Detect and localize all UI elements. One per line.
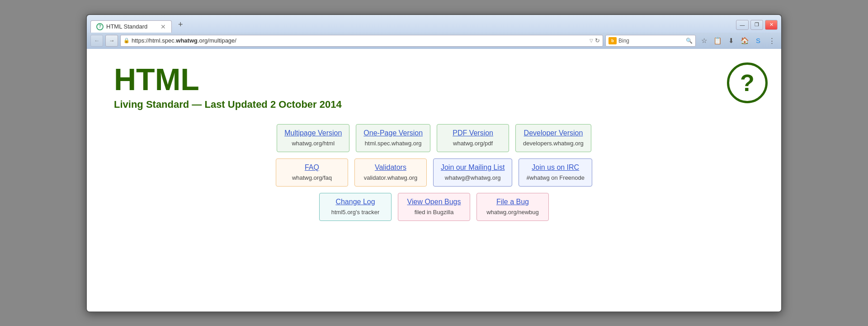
mailing-list-link[interactable]: Join our Mailing List bbox=[441, 163, 505, 172]
developer-version-link[interactable]: Developer Version bbox=[523, 129, 584, 137]
lock-icon: 🔒 bbox=[123, 38, 130, 43]
tab-favicon: ? bbox=[96, 23, 104, 30]
title-bar: ? HTML Standard ✕ + — ❐ ✕ bbox=[87, 15, 781, 33]
back-button[interactable]: ← bbox=[90, 35, 103, 47]
search-text: Bing bbox=[618, 38, 684, 44]
bookmark-star-icon[interactable]: ☆ bbox=[698, 35, 710, 47]
pdf-version-link[interactable]: PDF Version bbox=[444, 129, 501, 137]
more-options-icon[interactable]: ⋮ bbox=[766, 35, 778, 47]
multipage-version-sub: whatwg.org/html bbox=[292, 140, 335, 147]
download-icon[interactable]: ⬇ bbox=[725, 35, 737, 47]
faq-link[interactable]: FAQ bbox=[283, 163, 340, 172]
faq-card[interactable]: FAQ whatwg.org/faq bbox=[276, 158, 348, 187]
onepage-version-card[interactable]: One-Page Version html.spec.whatwg.org bbox=[356, 124, 430, 152]
search-bar[interactable]: b Bing 🔍 bbox=[605, 35, 696, 47]
bookmark-list-icon[interactable]: 📋 bbox=[712, 35, 723, 47]
file-bug-card[interactable]: File a Bug whatwg.org/newbug bbox=[476, 193, 549, 221]
browser-tab[interactable]: ? HTML Standard ✕ bbox=[90, 20, 172, 33]
url-bar[interactable]: 🔒 https://html.spec.whatwg.org/multipage… bbox=[120, 35, 603, 47]
forward-button[interactable]: → bbox=[105, 35, 118, 47]
button-row-1: Multipage Version whatwg.org/html One-Pa… bbox=[277, 124, 591, 152]
page-content: ? HTML Living Standard — Last Updated 2 … bbox=[87, 49, 781, 312]
onepage-version-link[interactable]: One-Page Version bbox=[363, 129, 423, 137]
multipage-version-link[interactable]: Multipage Version bbox=[284, 129, 342, 137]
pdf-version-sub: whatwg.org/pdf bbox=[453, 140, 493, 147]
url-dropdown-icon[interactable]: ▽ bbox=[590, 38, 593, 43]
refresh-icon[interactable]: ↻ bbox=[595, 37, 600, 44]
mailing-list-sub: whatwg@whatwg.org bbox=[445, 174, 501, 181]
validators-card[interactable]: Validators validator.whatwg.org bbox=[354, 158, 427, 187]
search-submit-icon[interactable]: 🔍 bbox=[686, 38, 693, 44]
file-bug-link[interactable]: File a Bug bbox=[484, 198, 541, 206]
mailing-list-card[interactable]: Join our Mailing List whatwg@whatwg.org bbox=[433, 158, 512, 187]
close-button[interactable]: ✕ bbox=[765, 20, 778, 30]
new-tab-button[interactable]: + bbox=[174, 18, 188, 32]
developer-version-sub: developers.whatwg.org bbox=[523, 140, 584, 147]
button-row-3: Change Log html5.org's tracker View Open… bbox=[319, 193, 549, 221]
minimize-button[interactable]: — bbox=[736, 20, 749, 30]
open-bugs-sub: filed in Bugzilla bbox=[415, 209, 454, 216]
open-bugs-link[interactable]: View Open Bugs bbox=[406, 198, 462, 206]
skype-icon[interactable]: S bbox=[752, 35, 764, 47]
open-bugs-card[interactable]: View Open Bugs filed in Bugzilla bbox=[398, 193, 470, 221]
home-icon[interactable]: 🏠 bbox=[739, 35, 750, 47]
window-controls: — ❐ ✕ bbox=[736, 20, 778, 33]
developer-version-card[interactable]: Developer Version developers.whatwg.org bbox=[515, 124, 591, 152]
navigation-grid: Multipage Version whatwg.org/html One-Pa… bbox=[114, 124, 754, 221]
multipage-version-card[interactable]: Multipage Version whatwg.org/html bbox=[277, 124, 349, 152]
toolbar-icons: ☆ 📋 ⬇ 🏠 S ⋮ bbox=[698, 35, 778, 47]
address-bar: ← → 🔒 https://html.spec.whatwg.org/multi… bbox=[87, 33, 781, 49]
irc-sub: #whatwg on Freenode bbox=[526, 174, 585, 181]
changelog-sub: html5.org's tracker bbox=[331, 209, 380, 216]
page-title: HTML bbox=[114, 62, 754, 96]
pdf-version-card[interactable]: PDF Version whatwg.org/pdf bbox=[437, 124, 509, 152]
tab-close-button[interactable]: ✕ bbox=[160, 24, 166, 30]
onepage-version-sub: html.spec.whatwg.org bbox=[365, 140, 422, 147]
faq-sub: whatwg.org/faq bbox=[292, 174, 332, 181]
search-engine-icon: b bbox=[609, 37, 617, 44]
restore-button[interactable]: ❐ bbox=[750, 20, 763, 30]
url-text: https://html.spec.whatwg.org/multipage/ bbox=[132, 37, 236, 44]
changelog-card[interactable]: Change Log html5.org's tracker bbox=[319, 193, 392, 221]
validators-sub: validator.whatwg.org bbox=[364, 174, 418, 181]
button-row-2: FAQ whatwg.org/faq Validators validator.… bbox=[276, 158, 592, 187]
file-bug-sub: whatwg.org/newbug bbox=[486, 209, 539, 216]
help-icon[interactable]: ? bbox=[727, 62, 768, 103]
validators-link[interactable]: Validators bbox=[362, 163, 419, 172]
page-subtitle: Living Standard — Last Updated 2 October… bbox=[114, 99, 754, 110]
changelog-link[interactable]: Change Log bbox=[327, 198, 384, 206]
browser-window: ? HTML Standard ✕ + — ❐ ✕ ← → 🔒 https://… bbox=[86, 14, 782, 312]
irc-link[interactable]: Join us on IRC bbox=[526, 163, 585, 172]
irc-card[interactable]: Join us on IRC #whatwg on Freenode bbox=[519, 158, 592, 187]
tab-title: HTML Standard bbox=[106, 23, 147, 30]
